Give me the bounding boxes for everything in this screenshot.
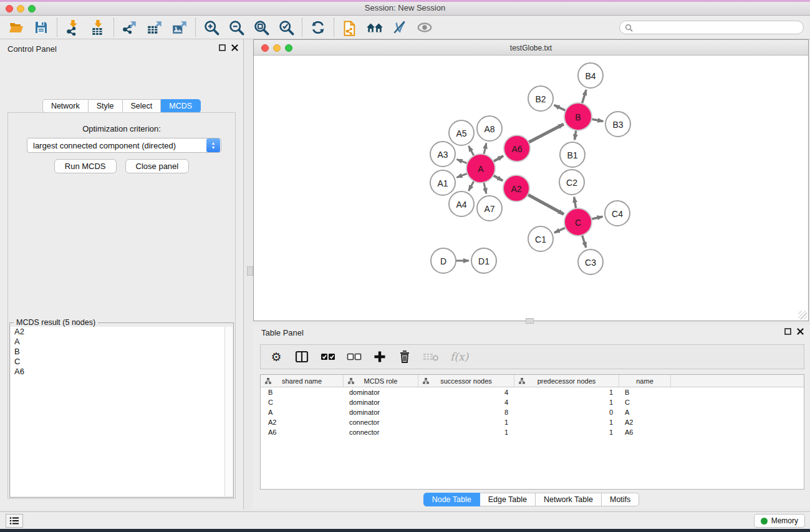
graph-edge-A6-B[interactable] (529, 124, 564, 142)
save-session-icon[interactable] (29, 17, 54, 37)
cell-name[interactable]: C (619, 397, 671, 407)
table-row[interactable]: Bdominator41B (261, 387, 804, 397)
zoom-fit-icon[interactable] (249, 17, 274, 37)
graph-edge-B-B2[interactable] (554, 105, 566, 110)
mcds-result-list[interactable]: A2ABCA6 (11, 327, 233, 496)
export-image-icon[interactable] (167, 17, 192, 37)
cell-mcds-role[interactable]: dominator (344, 407, 418, 417)
cell-shared-name[interactable]: C (261, 397, 344, 407)
result-list-item[interactable]: A6 (11, 367, 233, 377)
import-network-icon[interactable] (60, 17, 85, 37)
cell-successor-nodes[interactable]: 4 (418, 387, 514, 397)
tab-style[interactable]: Style (89, 99, 123, 113)
attribute-settings-icon[interactable]: ⚙ (269, 349, 283, 364)
tab-mcds[interactable]: MCDS (161, 99, 201, 113)
graph-edge-A2-C[interactable] (528, 195, 564, 214)
memory-button[interactable]: Memory (754, 514, 805, 528)
zoom-in-icon[interactable] (199, 17, 224, 37)
new-network-from-selection-icon[interactable] (337, 17, 362, 37)
graph-edge-C-C3[interactable] (582, 235, 586, 248)
graph-edge-A-A4[interactable] (468, 181, 474, 191)
cell-predecessor-nodes[interactable]: 1 (514, 417, 619, 427)
optimization-criterion-select[interactable]: largest connected component (directed) ▲… (27, 138, 221, 153)
cell-name[interactable]: A2 (619, 417, 671, 427)
cell-shared-name[interactable]: A6 (261, 427, 344, 437)
graph-edge-C-C4[interactable] (591, 216, 602, 219)
export-network-icon[interactable] (117, 17, 142, 37)
cell-mcds-role[interactable]: connector (344, 417, 418, 427)
search-input[interactable] (636, 23, 798, 32)
network-canvas[interactable]: B4B2BB3B1A5A8A6A3AA1A2A4A7C2C4CC1C3DD1 (254, 56, 808, 321)
run-mcds-button[interactable]: Run MCDS (54, 159, 117, 173)
show-graphics-details-eye-icon[interactable] (412, 17, 437, 37)
graph-edge-C-C2[interactable] (574, 197, 576, 209)
table-row[interactable]: A6connector11A6 (261, 427, 804, 437)
close-panel-button[interactable]: Close panel (125, 159, 190, 173)
unselect-all-columns-icon[interactable] (347, 349, 362, 364)
cell-name[interactable]: A (619, 407, 671, 417)
table-row[interactable]: A2connector11A2 (261, 417, 804, 427)
add-column-icon[interactable] (373, 349, 387, 364)
cell-shared-name[interactable]: A2 (261, 417, 344, 427)
cell-shared-name[interactable]: B (261, 387, 344, 397)
graph-edge-B-B4[interactable] (582, 90, 586, 104)
cell-mcds-role[interactable]: dominator (344, 397, 418, 407)
column-header-MCDS-role[interactable]: MCDS role (344, 375, 418, 387)
import-table-icon[interactable] (85, 17, 110, 37)
tab-node-table[interactable]: Node Table (423, 493, 480, 506)
tab-select[interactable]: Select (123, 99, 162, 113)
tab-network-table[interactable]: Network Table (536, 493, 602, 506)
result-list-item[interactable]: A2 (11, 327, 233, 337)
column-header-name[interactable]: name (619, 375, 671, 387)
column-header-predecessor-nodes[interactable]: predecessor nodes (514, 375, 619, 387)
float-panel-icon[interactable] (784, 328, 791, 335)
search-field[interactable] (619, 21, 804, 34)
cell-predecessor-nodes[interactable]: 0 (514, 407, 619, 417)
tab-motifs[interactable]: Motifs (602, 493, 639, 506)
cell-predecessor-nodes[interactable]: 1 (514, 397, 619, 407)
table-row[interactable]: Adominator80A (261, 407, 804, 417)
column-header-successor-nodes[interactable]: successor nodes (418, 375, 514, 387)
table-row[interactable]: Cdominator41C (261, 397, 804, 407)
cell-successor-nodes[interactable]: 1 (418, 427, 514, 437)
graph-edge-B-B1[interactable] (575, 130, 576, 140)
cell-mcds-role[interactable]: dominator (344, 387, 418, 397)
delete-table-icon[interactable] (423, 349, 439, 364)
tab-network[interactable]: Network (42, 99, 89, 113)
refresh-icon[interactable] (306, 17, 330, 37)
graph-edge-C-C1[interactable] (554, 228, 566, 233)
graph-edge-A-A8[interactable] (484, 143, 486, 154)
panel-splitter-handle[interactable] (526, 318, 534, 324)
task-history-button[interactable] (6, 514, 23, 528)
cell-successor-nodes[interactable]: 8 (418, 407, 514, 417)
open-session-icon[interactable] (4, 17, 29, 37)
result-scrollbar-track[interactable] (224, 327, 233, 496)
cell-predecessor-nodes[interactable]: 1 (514, 387, 619, 397)
cell-name[interactable]: B (619, 387, 671, 397)
result-list-item[interactable]: C (11, 357, 233, 367)
column-header-shared-name[interactable]: shared name (261, 375, 344, 387)
column-panel-icon[interactable] (294, 349, 309, 364)
close-panel-icon[interactable] (231, 44, 238, 51)
cell-successor-nodes[interactable]: 1 (418, 417, 514, 427)
graph-edge-B-B3[interactable] (592, 119, 604, 122)
graph-edge-A-A2[interactable] (493, 175, 503, 181)
delete-columns-icon[interactable] (398, 349, 412, 364)
zoom-selected-icon[interactable] (274, 17, 299, 37)
graph-edge-A-A5[interactable] (468, 146, 474, 156)
hide-graphics-details-icon[interactable] (387, 17, 412, 37)
select-all-columns-icon[interactable] (321, 349, 335, 364)
panel-splitter-handle[interactable] (247, 266, 253, 276)
export-table-icon[interactable] (142, 17, 167, 37)
result-list-item[interactable]: A (11, 337, 233, 347)
network-window-titlebar[interactable]: testGlobe.txt (254, 40, 808, 56)
cell-name[interactable]: A6 (619, 427, 671, 437)
cell-mcds-role[interactable]: connector (344, 427, 418, 437)
cell-successor-nodes[interactable]: 4 (418, 397, 514, 407)
window-resize-grip[interactable] (798, 311, 807, 319)
graph-edge-A-A7[interactable] (484, 182, 486, 193)
home-icon[interactable] (362, 17, 387, 37)
cell-shared-name[interactable]: A (261, 407, 344, 417)
float-panel-icon[interactable] (219, 44, 226, 51)
tab-edge-table[interactable]: Edge Table (480, 493, 536, 506)
